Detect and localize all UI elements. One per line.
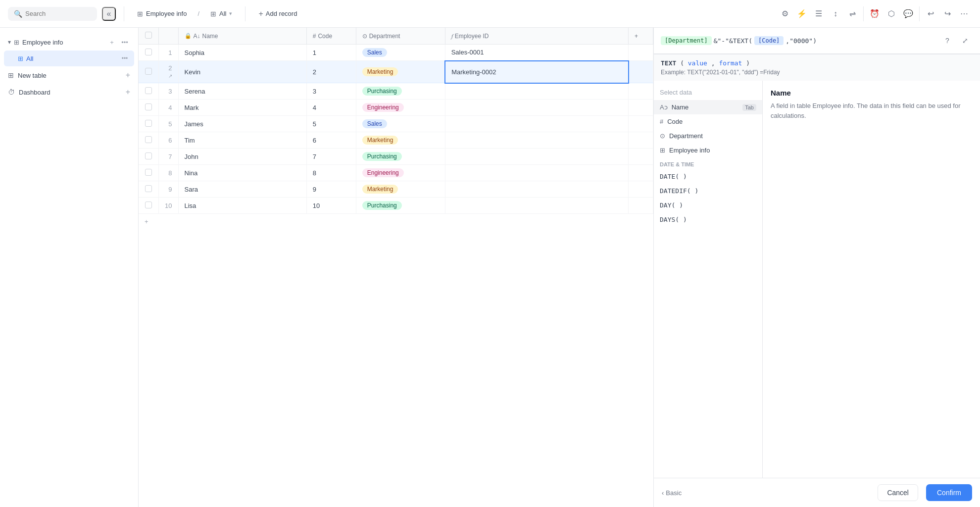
row-checkbox[interactable] xyxy=(145,152,152,159)
sort-icon-btn[interactable]: ↕ xyxy=(828,6,843,22)
row-checkbox[interactable] xyxy=(145,120,152,127)
func-item[interactable]: DATE( ) xyxy=(654,169,762,184)
row-checkbox-cell[interactable] xyxy=(139,61,158,83)
table-row[interactable]: 7 John 7 Purchasing xyxy=(139,149,653,165)
row-empid[interactable] xyxy=(445,165,628,181)
table-row[interactable]: 9 Sara 9 Marketing xyxy=(139,181,653,198)
more-view-icon[interactable]: ••• xyxy=(119,37,130,48)
th-add-col[interactable]: + xyxy=(629,28,653,45)
row-checkbox[interactable] xyxy=(145,202,152,208)
formula-input-area[interactable]: [Department] &"-"&TEXT( [Code] ,"0000") xyxy=(661,36,935,45)
row-empid[interactable] xyxy=(445,100,628,116)
row-empid[interactable] xyxy=(445,116,628,132)
more-sub-icon[interactable]: ••• xyxy=(119,53,130,64)
row-dept[interactable]: Marketing xyxy=(356,61,445,83)
search-box[interactable]: 🔍 xyxy=(8,7,97,21)
table-row[interactable]: 1 Sophia 1 Sales Sales-0001 xyxy=(139,45,653,61)
table-row[interactable]: 4 Mark 4 Engineering xyxy=(139,100,653,116)
th-checkbox[interactable] xyxy=(139,28,158,45)
row-code[interactable]: 5 xyxy=(306,116,356,132)
view-tab[interactable]: ⊞ All ▾ xyxy=(205,7,237,21)
cancel-button[interactable]: Cancel xyxy=(878,484,918,501)
row-checkbox[interactable] xyxy=(145,185,152,192)
row-empid[interactable]: Sales-0001 xyxy=(445,45,628,61)
widget-icon-btn[interactable]: ⬡ xyxy=(883,6,899,22)
sidebar-item-employee-info[interactable]: ▾ ⊞ Employee info + ••• xyxy=(4,34,134,51)
th-employee-id[interactable]: 𝑓 Employee ID xyxy=(445,28,628,45)
th-name[interactable]: 🔒 A↓ Name xyxy=(178,28,306,45)
row-checkbox-cell[interactable] xyxy=(139,100,158,116)
new-table-plus-icon[interactable]: + xyxy=(126,71,130,80)
dropdown-item[interactable]: ⊙ Department xyxy=(654,129,762,143)
search-input[interactable] xyxy=(25,10,85,17)
row-checkbox-cell[interactable] xyxy=(139,132,158,149)
sidebar-dashboard[interactable]: ⏱ Dashboard + xyxy=(4,84,134,100)
row-empid[interactable] xyxy=(445,132,628,149)
row-checkbox-cell[interactable] xyxy=(139,181,158,198)
fields-icon-btn[interactable]: ☰ xyxy=(811,6,827,22)
row-checkbox[interactable] xyxy=(145,136,152,143)
row-dept[interactable]: Purchasing xyxy=(356,149,445,165)
dropdown-item[interactable]: # Code xyxy=(654,114,762,129)
collapse-sidebar-button[interactable]: « xyxy=(102,7,116,21)
row-checkbox-cell[interactable] xyxy=(139,83,158,100)
row-dept[interactable]: Engineering xyxy=(356,165,445,181)
table-row[interactable]: 5 James 5 Sales xyxy=(139,116,653,132)
undo-icon-btn[interactable]: ↩ xyxy=(923,6,938,22)
row-name[interactable]: Tim xyxy=(178,132,306,149)
row-code[interactable]: 9 xyxy=(306,181,356,198)
row-name[interactable]: Sophia xyxy=(178,45,306,61)
dept-chip[interactable]: [Department] xyxy=(661,36,712,45)
row-name[interactable]: Sara xyxy=(178,181,306,198)
row-dept[interactable]: Purchasing xyxy=(356,198,445,214)
sidebar-sub-item-all[interactable]: ⊞ All ••• xyxy=(4,51,134,66)
row-code[interactable]: 1 xyxy=(306,45,356,61)
row-code[interactable]: 6 xyxy=(306,132,356,149)
table-row[interactable]: 3 Serena 3 Purchasing xyxy=(139,83,653,100)
row-dept[interactable]: Marketing xyxy=(356,181,445,198)
func-item[interactable]: DATEDIF( ) xyxy=(654,184,762,198)
row-checkbox[interactable] xyxy=(145,68,152,75)
row-checkbox[interactable] xyxy=(145,49,152,55)
redo-icon-btn[interactable]: ↪ xyxy=(939,6,955,22)
row-code[interactable]: 10 xyxy=(306,198,356,214)
add-record-button[interactable]: + Add record xyxy=(253,6,302,21)
row-checkbox-cell[interactable] xyxy=(139,45,158,61)
add-view-icon[interactable]: + xyxy=(106,37,117,48)
header-checkbox[interactable] xyxy=(145,32,152,39)
dropdown-item[interactable]: Aↄ Name Tab xyxy=(654,100,762,114)
row-empid[interactable]: Marketing-0002 xyxy=(445,61,628,83)
table-tab[interactable]: ⊞ Employee info xyxy=(132,7,192,21)
dropdown-item[interactable]: ⊞ Employee info xyxy=(654,143,762,157)
row-name[interactable]: Kevin xyxy=(178,61,306,83)
table-row[interactable]: 10 Lisa 10 Purchasing xyxy=(139,198,653,214)
comment-icon-btn[interactable]: 💬 xyxy=(900,6,916,22)
row-name[interactable]: Nina xyxy=(178,165,306,181)
more-icon-btn[interactable]: ⋯ xyxy=(956,6,972,22)
row-empid[interactable] xyxy=(445,149,628,165)
row-checkbox-cell[interactable] xyxy=(139,198,158,214)
row-empid[interactable] xyxy=(445,181,628,198)
filter-icon-btn[interactable]: ⚡ xyxy=(794,6,810,22)
row-code[interactable]: 4 xyxy=(306,100,356,116)
th-code[interactable]: # Code xyxy=(306,28,356,45)
row-name[interactable]: Mark xyxy=(178,100,306,116)
add-row-button[interactable]: + xyxy=(139,214,653,229)
confirm-button[interactable]: Confirm xyxy=(926,484,972,501)
row-dept[interactable]: Sales xyxy=(356,45,445,61)
table-row[interactable]: 2 ↗ Kevin 2 Marketing Marketing-0002 xyxy=(139,61,653,83)
th-department[interactable]: ⊙ Department xyxy=(356,28,445,45)
back-link[interactable]: ‹ Basic xyxy=(662,489,682,497)
row-checkbox-cell[interactable] xyxy=(139,149,158,165)
table-row[interactable]: 6 Tim 6 Marketing xyxy=(139,132,653,149)
row-code[interactable]: 2 xyxy=(306,61,356,83)
row-checkbox-cell[interactable] xyxy=(139,116,158,132)
row-dept[interactable]: Marketing xyxy=(356,132,445,149)
row-dept[interactable]: Engineering xyxy=(356,100,445,116)
dashboard-plus-icon[interactable]: + xyxy=(126,88,130,97)
row-name[interactable]: Lisa xyxy=(178,198,306,214)
row-code[interactable]: 8 xyxy=(306,165,356,181)
group-icon-btn[interactable]: ⇌ xyxy=(844,6,860,22)
row-name[interactable]: James xyxy=(178,116,306,132)
formula-help-icon[interactable]: ? xyxy=(939,33,955,49)
